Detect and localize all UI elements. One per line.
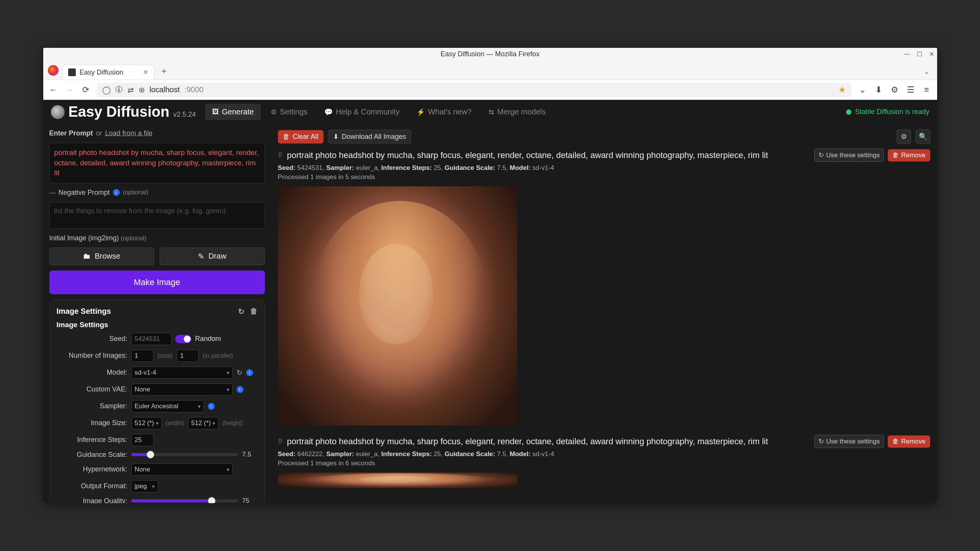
gear-icon: ⚙: [271, 108, 277, 116]
image-size-label: Image Size:: [57, 419, 127, 427]
negative-prompt-textarea[interactable]: list the things to remove from the image…: [49, 202, 265, 229]
app-body: Enter Prompt or Load from a file portrai…: [43, 124, 937, 503]
main-nav: 🖼Generate ⚙Settings 💬Help & Community ⚡W…: [205, 104, 553, 120]
info-icon[interactable]: i: [208, 403, 215, 410]
steps-input[interactable]: 25: [131, 434, 154, 446]
parallel-hint: (in parallel): [203, 352, 233, 359]
pocket-icon[interactable]: ⌄: [858, 85, 867, 95]
result-meta: Seed: 5424531, Sampler: euler_a, Inferen…: [278, 164, 930, 172]
num-total-input[interactable]: 1: [131, 350, 154, 362]
app-logo-icon: [51, 105, 65, 119]
height-select[interactable]: 512 (*)▾: [188, 417, 219, 429]
width-select[interactable]: 512 (*)▾: [131, 417, 162, 429]
info-icon[interactable]: i: [246, 369, 253, 376]
quality-label: Image Quality:: [57, 497, 127, 503]
result-status: Processed 1 images in 6 seconds: [278, 460, 930, 467]
search-icon[interactable]: 🔍: [916, 129, 930, 144]
remove-button[interactable]: 🗑Remove: [888, 149, 930, 161]
model-label: Model:: [57, 368, 127, 377]
tab-close-icon[interactable]: ✕: [143, 68, 149, 77]
caret-down-icon: ▾: [212, 420, 215, 426]
tab-list-dropdown-icon[interactable]: ⌄: [924, 67, 929, 76]
nav-merge-label: Merge models: [497, 108, 546, 116]
use-settings-button[interactable]: ↻Use these settings: [814, 435, 884, 448]
info-icon[interactable]: i: [237, 386, 243, 393]
quality-slider[interactable]: [131, 499, 238, 502]
app-name: Easy Diffusion: [69, 104, 170, 120]
model-select[interactable]: sd-v1-4▾: [131, 367, 233, 379]
generated-image[interactable]: [278, 186, 517, 425]
nav-whatsnew[interactable]: ⚡What's new?: [410, 104, 479, 120]
guidance-value: 7.5: [242, 451, 258, 458]
clear-all-button[interactable]: 🗑Clear All: [278, 130, 323, 143]
downloads-icon[interactable]: ⬇: [874, 85, 884, 95]
bookmark-star-icon[interactable]: ★: [838, 85, 846, 95]
nav-help[interactable]: 💬Help & Community: [317, 104, 407, 120]
negative-prompt-label: Negative Prompt: [59, 189, 110, 197]
vae-select[interactable]: None▾: [131, 383, 233, 396]
make-image-button[interactable]: Make Image: [49, 271, 265, 294]
account-icon[interactable]: ☰: [906, 85, 916, 95]
download-all-button[interactable]: ⬇Download All Images: [328, 130, 411, 143]
trash-icon[interactable]: 🗑: [250, 307, 258, 316]
sampler-select[interactable]: Euler Ancestral▾: [131, 400, 204, 412]
info-icon[interactable]: i: [113, 189, 120, 196]
new-tab-button[interactable]: +: [158, 65, 170, 77]
app-menu-icon[interactable]: ≡: [922, 85, 932, 95]
browse-label: Browse: [95, 252, 120, 261]
prompt-textarea[interactable]: portrait photo headshot by mucha, sharp …: [49, 143, 265, 183]
trash-icon: 🗑: [283, 133, 290, 141]
sliders-icon[interactable]: ⚙: [897, 129, 911, 144]
negative-prompt-header[interactable]: — Negative Prompt i (optional): [49, 189, 265, 197]
drag-grip-icon[interactable]: ⠿: [278, 438, 283, 445]
nav-generate[interactable]: 🖼Generate: [205, 104, 261, 120]
nav-settings[interactable]: ⚙Settings: [264, 104, 314, 120]
nav-merge[interactable]: ⇆Merge models: [482, 104, 553, 120]
window-close-icon[interactable]: ✕: [929, 51, 934, 58]
guidance-slider[interactable]: [131, 453, 238, 456]
remove-button[interactable]: 🗑Remove: [888, 435, 930, 448]
pencil-icon: ✎: [198, 252, 204, 261]
lock-icon[interactable]: 🛈: [115, 85, 123, 94]
result-header: ⠿ portrait photo headshot by mucha, shar…: [278, 435, 930, 448]
tracking-shield-icon[interactable]: ◯: [102, 85, 111, 95]
permissions-icon[interactable]: ⇄: [127, 85, 134, 95]
url-scheme-icon: ⊕: [139, 85, 145, 95]
generated-image[interactable]: [278, 473, 517, 488]
format-label: Output Format:: [57, 482, 127, 490]
format-row: Output Format: jpeg▾: [57, 480, 258, 492]
browser-tab[interactable]: Easy Diffusion ✕: [62, 65, 154, 80]
initial-image-optional: (optional): [121, 235, 147, 241]
app-root: Easy Diffusion v2.5.24 🖼Generate ⚙Settin…: [43, 100, 937, 503]
nav-back-icon[interactable]: ←: [49, 85, 59, 95]
nav-forward-icon[interactable]: →: [65, 85, 75, 95]
random-toggle[interactable]: [175, 335, 191, 343]
extensions-icon[interactable]: ⚙: [890, 85, 900, 95]
num-images-label: Number of Images:: [57, 352, 127, 360]
chat-icon: 💬: [324, 108, 333, 116]
drag-grip-icon[interactable]: ⠿: [278, 152, 283, 159]
use-settings-button[interactable]: ↻Use these settings: [814, 148, 884, 162]
window-minimize-icon[interactable]: —: [904, 51, 910, 58]
caret-down-icon: ▾: [227, 466, 229, 473]
panel-title: Image Settings: [57, 307, 111, 316]
negative-prompt-placeholder: list the things to remove from the image…: [54, 207, 226, 215]
prompt-or: or: [96, 129, 102, 137]
hyper-select[interactable]: None▾: [131, 463, 233, 476]
nav-reload-icon[interactable]: ⟳: [81, 85, 91, 95]
vae-label: Custom VAE:: [57, 385, 127, 393]
draw-button[interactable]: ✎Draw: [160, 248, 265, 265]
load-from-file-link[interactable]: Load from a file: [105, 129, 153, 137]
image-settings-header[interactable]: Image Settings ↻ 🗑: [57, 307, 258, 316]
url-field[interactable]: ◯ 🛈 ⇄ ⊕ localhost:9000 ★: [97, 83, 851, 97]
brand: Easy Diffusion v2.5.24: [51, 104, 196, 120]
format-select[interactable]: jpeg▾: [131, 480, 158, 492]
result-meta: Seed: 6462222, Sampler: euler_a, Inferen…: [278, 450, 930, 458]
window-maximize-icon[interactable]: ☐: [917, 51, 922, 58]
seed-input[interactable]: 5424531: [131, 333, 172, 345]
guidance-label: Guidance Scale:: [57, 451, 127, 459]
reset-icon[interactable]: ↻: [238, 307, 245, 316]
num-parallel-input[interactable]: 1: [176, 350, 199, 362]
browse-button[interactable]: 🖿Browse: [49, 248, 155, 265]
model-refresh-icon[interactable]: ↻: [237, 368, 242, 377]
